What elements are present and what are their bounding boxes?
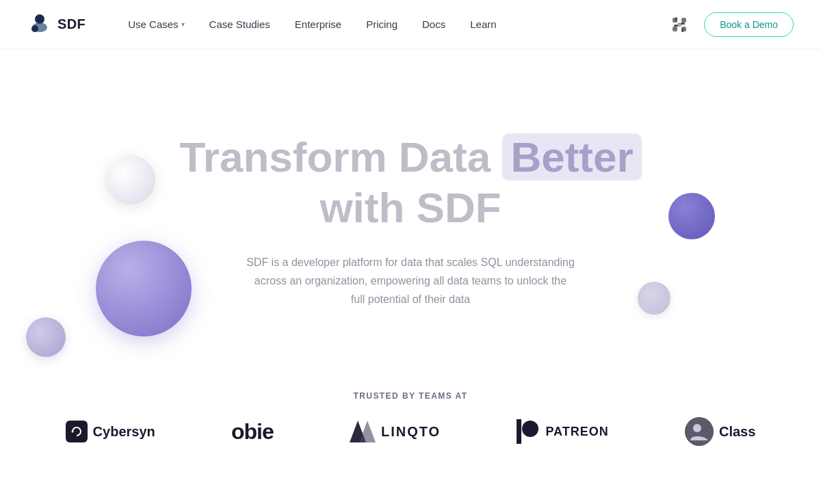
logo-link[interactable]: SDF (27, 12, 86, 37)
nav-right: Book a Demo (668, 12, 794, 37)
patreon-logo: PATREON (517, 419, 608, 444)
nav-use-cases[interactable]: Use Cases ▾ (118, 13, 194, 36)
logo-text: SDF (57, 16, 86, 32)
class-icon (685, 417, 714, 446)
svg-point-13 (693, 424, 701, 432)
chevron-down-icon: ▾ (181, 21, 185, 28)
slack-icon[interactable] (668, 14, 690, 36)
trusted-section: TRUSTED BY TEAMS AT Cybersyn obie LINQTO (0, 377, 821, 466)
linqto-icon (350, 421, 376, 442)
nav-case-studies[interactable]: Case Studies (200, 13, 280, 36)
svg-rect-5 (673, 27, 677, 31)
cybersyn-logo: Cybersyn (66, 421, 155, 442)
class-logo: Class (685, 417, 755, 446)
svg-point-2 (31, 25, 38, 32)
svg-point-7 (71, 431, 73, 433)
orb-purple-right (668, 193, 715, 239)
hero-title: Transform Data Better with SDF (179, 132, 641, 234)
orb-small-right (638, 282, 670, 315)
hero-section: Transform Data Better with SDF SDF is a … (0, 49, 821, 377)
partner-logos: Cybersyn obie LINQTO PATREON (27, 417, 794, 446)
hero-title-part1: Transform Data (179, 133, 491, 181)
orb-purple-large (96, 241, 192, 336)
nav-links: Use Cases ▾ Case Studies Enterprise Pric… (118, 13, 668, 36)
cybersyn-name: Cybersyn (93, 424, 155, 440)
nav-docs[interactable]: Docs (413, 13, 455, 36)
book-demo-button[interactable]: Book a Demo (704, 12, 794, 37)
logo-icon (27, 12, 52, 37)
nav-pricing[interactable]: Pricing (356, 13, 407, 36)
patreon-icon (517, 419, 538, 444)
orb-small-bottom-left (26, 317, 66, 357)
cybersyn-icon (66, 421, 88, 442)
svg-rect-11 (517, 419, 521, 444)
nav-enterprise[interactable]: Enterprise (285, 13, 351, 36)
nav-learn[interactable]: Learn (460, 13, 506, 36)
linqto-logo: LINQTO (350, 421, 441, 442)
svg-rect-4 (681, 18, 686, 23)
svg-point-10 (522, 421, 538, 437)
hero-subtitle: SDF is a developer platform for data tha… (246, 253, 575, 309)
trusted-label: TRUSTED BY TEAMS AT (353, 391, 467, 401)
hero-title-part2: with SDF (320, 184, 501, 231)
svg-point-0 (35, 14, 44, 24)
obie-logo: obie (231, 419, 274, 445)
navbar: SDF Use Cases ▾ Case Studies Enterprise … (0, 0, 821, 49)
orb-white-left (106, 155, 155, 204)
hero-title-highlight: Better (502, 133, 641, 181)
